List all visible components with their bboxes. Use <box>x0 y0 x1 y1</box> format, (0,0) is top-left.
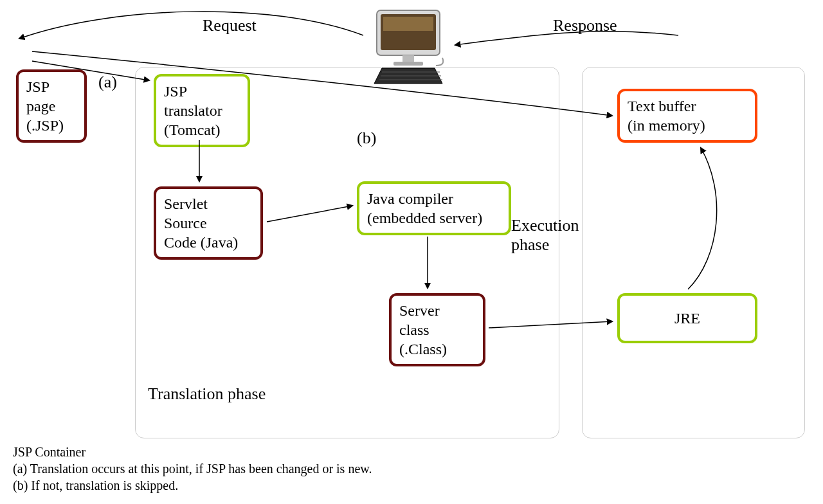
jre-box: JRE <box>617 293 757 343</box>
path-a-label: (a) <box>98 73 117 92</box>
jsp-translator-text: JSP translator (Tomcat) <box>164 83 222 138</box>
path-b-label: (b) <box>357 129 376 148</box>
footer-line2: (a) Translation occurs at this point, if… <box>13 460 372 477</box>
jsp-page-text: JSP page (.JSP) <box>26 78 64 134</box>
computer-icon <box>365 6 452 89</box>
jsp-translator-box: JSP translator (Tomcat) <box>154 74 250 147</box>
svg-rect-2 <box>383 17 433 31</box>
response-label: Response <box>553 16 617 35</box>
java-compiler-text: Java compiler (embedded server) <box>367 190 482 226</box>
server-class-box: Server class (.Class) <box>389 293 485 366</box>
server-class-text: Server class (.Class) <box>399 302 447 357</box>
text-buffer-text: Text buffer (in memory) <box>628 98 705 134</box>
diagram-root: JSP page (.JSP) JSP translator (Tomcat) … <box>0 0 823 504</box>
jsp-page-box: JSP page (.JSP) <box>16 69 87 143</box>
svg-rect-3 <box>402 55 414 62</box>
request-label: Request <box>203 16 257 35</box>
svg-rect-4 <box>393 62 423 66</box>
java-compiler-box: Java compiler (embedded server) <box>357 181 511 235</box>
footer-line3: (b) If not, translation is skipped. <box>13 477 178 494</box>
servlet-source-text: Servlet Source Code (Java) <box>164 195 238 251</box>
jre-text: JRE <box>674 310 700 327</box>
translation-phase-label: Translation phase <box>148 384 266 404</box>
arrow-request <box>19 12 363 39</box>
servlet-source-box: Servlet Source Code (Java) <box>154 186 263 260</box>
text-buffer-box: Text buffer (in memory) <box>617 89 757 143</box>
execution-phase-label: Execution phase <box>511 216 579 255</box>
footer-line1: JSP Container <box>13 444 86 460</box>
